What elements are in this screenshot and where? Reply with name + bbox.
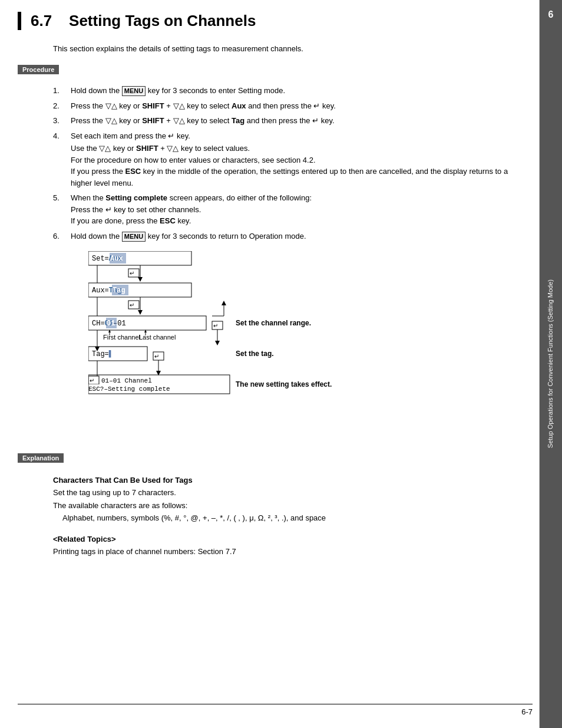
sidebar-label: Setup Operations for Convenient Function… (546, 279, 555, 448)
diagram-area: Set=Aux Aux ↵ Aux=Tag (88, 251, 521, 442)
section-title-bar: 6.7 Setting Tags on Channels (18, 12, 521, 30)
bottom-divider (18, 704, 533, 704)
step-3: 3. Press the ▽△ key or SHIFT + ▽△ key to… (53, 115, 521, 127)
svg-text:Tag=▌: Tag=▌ (92, 350, 113, 358)
step-2: 2. Press the ▽△ key or SHIFT + ▽△ key to… (53, 100, 521, 112)
svg-text:↵: ↵ (213, 322, 218, 329)
chars-list: Alphabet, numbers, symbols (%, #, °, @, … (62, 512, 521, 524)
related-heading: <Related Topics> (53, 535, 521, 543)
chars-heading: Characters That Can Be Used for Tags (53, 476, 521, 485)
chars-p2: The available characters are as follows: (53, 500, 521, 512)
svg-marker-29 (215, 341, 220, 345)
svg-text:Last channel: Last channel (139, 334, 176, 341)
page-number: 6-7 (521, 707, 533, 716)
related-text: Printing tags in place of channel number… (53, 546, 521, 558)
svg-text:01: 01 (107, 319, 115, 328)
procedure-content: 1. Hold down the MENU key for 3 seconds … (53, 85, 521, 442)
step-5: 5. When the Setting complete screen appe… (53, 192, 521, 227)
procedure-section: Procedure 1. Hold down the MENU key for … (18, 65, 521, 442)
page-title: 6.7 Setting Tags on Channels (31, 12, 521, 30)
svg-text:01–01 Channel: 01–01 Channel (101, 377, 152, 384)
step-1: 1. Hold down the MENU key for 3 seconds … (53, 85, 521, 97)
explanation-label: Explanation (18, 453, 64, 463)
section-heading: Setting Tags on Channels (69, 12, 256, 29)
svg-text:The new setting takes effect.: The new setting takes effect. (236, 380, 332, 388)
right-sidebar: 6 Setup Operations for Convenient Functi… (540, 0, 562, 728)
explanation-content: Characters That Can Be Used for Tags Set… (53, 476, 521, 557)
svg-marker-53 (222, 301, 226, 305)
svg-text:↵: ↵ (130, 302, 134, 308)
procedure-diagram: Set=Aux Aux ↵ Aux=Tag (88, 251, 418, 440)
svg-text:ESC?–Setting complete: ESC?–Setting complete (88, 386, 170, 393)
chapter-number: 6 (540, 9, 562, 20)
chars-p1: Set the tag using up to 7 characters. (53, 487, 521, 499)
intro-text: This section explains the details of set… (53, 44, 521, 53)
svg-text:Set the channel range.: Set the channel range. (236, 319, 311, 327)
svg-marker-13 (138, 310, 143, 315)
step-6: 6. Hold down the MENU key for 3 seconds … (53, 230, 521, 242)
svg-text:↵: ↵ (90, 377, 94, 384)
svg-text:Set the tag.: Set the tag. (236, 350, 274, 358)
procedure-label: Procedure (18, 65, 59, 74)
svg-text:Aux: Aux (110, 255, 123, 263)
menu-key-1: MENU (122, 86, 146, 96)
svg-text:First channel: First channel (103, 334, 140, 341)
svg-text:Tag: Tag (113, 286, 125, 295)
section-number: 6.7 (31, 12, 52, 29)
menu-key-2: MENU (122, 232, 146, 242)
svg-text:↵: ↵ (130, 270, 134, 276)
svg-text:↵: ↵ (154, 353, 159, 360)
svg-marker-5 (138, 277, 143, 282)
step-4: 4. Set each item and press the ↵ key. Us… (53, 130, 521, 189)
steps-list: 1. Hold down the MENU key for 3 seconds … (53, 85, 521, 242)
explanation-section: Explanation Characters That Can Be Used … (18, 453, 521, 557)
